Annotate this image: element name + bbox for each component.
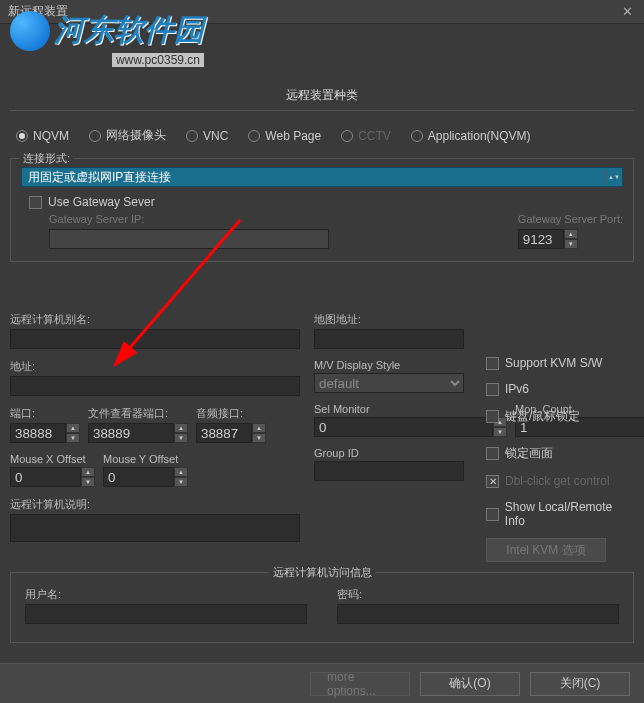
mouse-x-label: Mouse X Offset — [10, 453, 95, 465]
username-input[interactable] — [25, 604, 307, 624]
stepper-up-icon[interactable]: ▲ — [252, 423, 266, 433]
connection-group: 连接形式: 用固定或虚拟网IP直接连接 ▲▼ Use Gateway Sever… — [10, 158, 634, 262]
gateway-ip-input — [49, 229, 329, 249]
ok-button[interactable]: 确认(O) — [420, 672, 520, 696]
map-addr-input[interactable] — [314, 329, 464, 349]
mouse-y-label: Mouse Y Offset — [103, 453, 188, 465]
port-input[interactable] — [10, 423, 66, 443]
more-options-button: more options... — [310, 672, 410, 696]
use-gateway-checkbox[interactable]: Use Gateway Sever — [29, 195, 623, 209]
watermark: 河东软件园 www.pc0359.cn — [10, 10, 204, 51]
audio-port-input[interactable] — [196, 423, 252, 443]
audio-port-label: 音频接口: — [196, 406, 266, 421]
device-type-radios: NQVM 网络摄像头 VNC Web Page CCTV Application… — [10, 119, 634, 158]
stepper-up-icon[interactable]: ▲ — [174, 467, 188, 477]
file-port-input[interactable] — [88, 423, 174, 443]
port-label: 端口: — [10, 406, 80, 421]
gateway-ip-label: Gateway Server IP: — [49, 213, 502, 225]
radio-webcam[interactable]: 网络摄像头 — [89, 127, 166, 144]
desc-input[interactable] — [10, 514, 300, 542]
stepper-down-icon: ▼ — [564, 239, 578, 249]
close-button[interactable]: 关闭(C) — [530, 672, 630, 696]
sel-monitor-input[interactable] — [314, 417, 493, 437]
group-id-input[interactable] — [314, 461, 464, 481]
stepper-down-icon[interactable]: ▼ — [252, 433, 266, 443]
file-port-label: 文件查看器端口: — [88, 406, 188, 421]
gateway-port-input — [518, 229, 564, 249]
mv-style-select[interactable]: default — [314, 373, 464, 393]
password-input[interactable] — [337, 604, 619, 624]
intel-kvm-button: Intel KVM 选项 — [486, 538, 606, 562]
gateway-port-label: Gateway Server Port: — [518, 213, 623, 225]
device-type-heading: 远程装置种类 — [10, 87, 634, 104]
alias-input[interactable] — [10, 329, 300, 349]
username-label: 用户名: — [25, 587, 307, 602]
ipv6-checkbox[interactable]: IPv6 — [486, 382, 634, 396]
mouse-y-input[interactable] — [103, 467, 174, 487]
access-group: 远程计算机访问信息 用户名: 密码: — [10, 572, 634, 643]
group-id-label: Group ID — [314, 447, 464, 459]
stepper-down-icon[interactable]: ▼ — [66, 433, 80, 443]
desc-label: 远程计算机说明: — [10, 497, 300, 512]
stepper-down-icon[interactable]: ▼ — [174, 433, 188, 443]
stepper-down-icon[interactable]: ▼ — [174, 477, 188, 487]
access-heading: 远程计算机访问信息 — [269, 565, 376, 580]
kvm-checkbox[interactable]: Support KVM S/W — [486, 356, 634, 370]
stepper-up-icon[interactable]: ▲ — [81, 467, 95, 477]
lock-screen-checkbox[interactable]: 锁定画面 — [486, 445, 634, 462]
connection-label: 连接形式: — [19, 151, 74, 166]
footer: more options... 确认(O) 关闭(C) — [0, 663, 644, 703]
dblclick-checkbox[interactable]: ✕Dbl-click get control — [486, 474, 634, 488]
address-label: 地址: — [10, 359, 300, 374]
radio-cctv: CCTV — [341, 129, 391, 143]
radio-webpage[interactable]: Web Page — [248, 129, 321, 143]
stepper-up-icon[interactable]: ▲ — [174, 423, 188, 433]
show-info-checkbox[interactable]: Show Local/Remote Info — [486, 500, 634, 528]
stepper-up-icon[interactable]: ▲ — [66, 423, 80, 433]
mv-style-label: M/V Display Style — [314, 359, 464, 371]
lock-km-checkbox[interactable]: 键盘/鼠标锁定 — [486, 408, 634, 425]
alias-label: 远程计算机别名: — [10, 312, 300, 327]
password-label: 密码: — [337, 587, 619, 602]
stepper-up-icon: ▲ — [564, 229, 578, 239]
connection-type-dropdown[interactable]: 用固定或虚拟网IP直接连接 ▲▼ — [21, 167, 623, 187]
close-icon[interactable]: ✕ — [618, 3, 636, 21]
radio-vnc[interactable]: VNC — [186, 129, 228, 143]
map-addr-label: 地图地址: — [314, 312, 464, 327]
mouse-x-input[interactable] — [10, 467, 81, 487]
stepper-down-icon[interactable]: ▼ — [81, 477, 95, 487]
radio-application[interactable]: Application(NQVM) — [411, 129, 531, 143]
radio-nqvm[interactable]: NQVM — [16, 129, 69, 143]
address-input[interactable] — [10, 376, 300, 396]
